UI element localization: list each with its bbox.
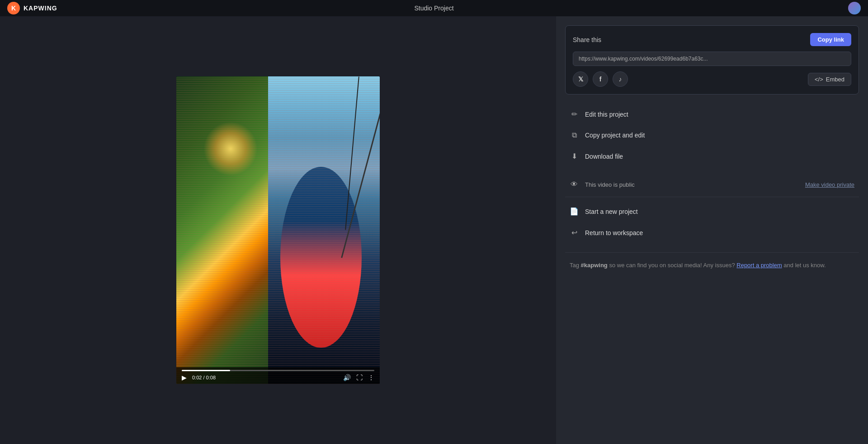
tag-middle: so we can find you on social media! Any … [608, 262, 736, 269]
copy-icon: ⧉ [570, 131, 579, 139]
facebook-button[interactable]: f [593, 71, 608, 87]
edit-project-item[interactable]: ✏ Edit this project [565, 104, 859, 125]
tag-suffix: and let us know. [782, 262, 826, 269]
video-progress-fill [182, 370, 230, 371]
embed-icon: </> [815, 76, 823, 83]
edit-icon: ✏ [570, 110, 579, 118]
fullscreen-button[interactable]: ⛶ [356, 374, 363, 381]
report-problem-link[interactable]: Report a problem [736, 262, 782, 269]
make-private-link[interactable]: Make video private [805, 181, 854, 188]
tag-section: Tag #kapwing so we can find you on socia… [565, 256, 859, 275]
share-box: Share this Copy link https://www.kapwing… [565, 25, 859, 94]
tag-prefix: Tag [570, 262, 581, 269]
tiktok-button[interactable]: ♪ [613, 71, 628, 87]
logo[interactable]: K KAPWING [7, 2, 57, 14]
new-project-item[interactable]: 📄 Start a new project [565, 201, 859, 222]
divider-2 [565, 252, 859, 253]
download-file-item[interactable]: ⬇ Download file [565, 146, 859, 167]
embed-button[interactable]: </> Embed [808, 73, 851, 86]
logo-text: KAPWING [24, 5, 57, 12]
play-button[interactable]: ▶ [182, 374, 187, 381]
avatar[interactable] [848, 2, 861, 14]
visibility-row: 👁 This video is public Make video privat… [565, 176, 859, 193]
header: K KAPWING Studio Project [0, 0, 868, 16]
secondary-action-list: 📄 Start a new project ↩ Return to worksp… [565, 201, 859, 243]
edit-project-label: Edit this project [585, 111, 628, 118]
new-project-label: Start a new project [585, 208, 638, 215]
share-box-header: Share this Copy link [573, 33, 851, 46]
video-controls-right: 🔊 ⛶ ⋮ [343, 374, 374, 381]
divider-1 [565, 197, 859, 197]
video-controls-row: ▶ 0:02 / 0:08 🔊 ⛶ ⋮ [182, 374, 374, 381]
copy-project-label: Copy project and edit [585, 132, 645, 139]
action-list: ✏ Edit this project ⧉ Copy project and e… [565, 104, 859, 167]
return-icon: ↩ [570, 228, 579, 237]
main-content: ▶ 0:02 / 0:08 🔊 ⛶ ⋮ [0, 16, 868, 444]
download-icon: ⬇ [570, 152, 579, 161]
visibility-left: 👁 This video is public [570, 180, 635, 189]
volume-button[interactable]: 🔊 [343, 374, 351, 381]
video-player[interactable]: ▶ 0:02 / 0:08 🔊 ⛶ ⋮ [176, 76, 380, 384]
embed-label: Embed [826, 76, 844, 83]
tag-hashtag: #kapwing [581, 262, 608, 269]
eye-icon: 👁 [570, 180, 579, 189]
facebook-icon: f [599, 76, 602, 83]
video-time: 0:02 / 0:08 [192, 375, 216, 380]
current-time: 0:02 [192, 375, 202, 380]
video-area: ▶ 0:02 / 0:08 🔊 ⛶ ⋮ [0, 16, 556, 444]
video-progress-bar[interactable] [182, 370, 374, 371]
twitter-button[interactable]: 𝕏 [573, 71, 588, 87]
visibility-status: This video is public [585, 181, 635, 188]
video-light-flare [203, 122, 258, 176]
share-social-row: 𝕏 f ♪ </> Embed [573, 71, 851, 87]
copy-link-button[interactable]: Copy link [810, 33, 851, 46]
share-url[interactable]: https://www.kapwing.com/videos/62699ead6… [573, 52, 851, 66]
page-title: Studio Project [414, 5, 453, 12]
total-time: 0:08 [206, 375, 216, 380]
twitter-icon: 𝕏 [578, 76, 583, 83]
new-project-icon: 📄 [570, 207, 579, 216]
copy-project-item[interactable]: ⧉ Copy project and edit [565, 125, 859, 146]
more-options-button[interactable]: ⋮ [368, 374, 374, 381]
return-workspace-item[interactable]: ↩ Return to workspace [565, 222, 859, 243]
share-label: Share this [573, 36, 601, 43]
video-controls: ▶ 0:02 / 0:08 🔊 ⛶ ⋮ [176, 367, 380, 384]
video-thumbnail [176, 76, 380, 384]
download-file-label: Download file [585, 153, 623, 160]
right-panel: Share this Copy link https://www.kapwing… [556, 16, 868, 444]
video-controls-left: ▶ 0:02 / 0:08 [182, 374, 216, 381]
tiktok-icon: ♪ [619, 76, 622, 83]
logo-icon: K [7, 2, 20, 14]
return-workspace-label: Return to workspace [585, 229, 643, 236]
